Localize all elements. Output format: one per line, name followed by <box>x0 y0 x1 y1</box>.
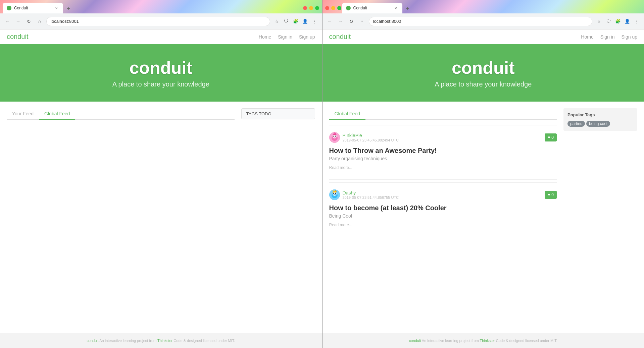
right-toolbar-icons: ☆ 🛡 🧩 👤 ⋮ <box>595 17 641 25</box>
left-close-btn[interactable] <box>303 6 307 10</box>
left-active-tab[interactable]: Conduit ✕ <box>3 3 63 13</box>
right-footer-link[interactable]: Thinkster <box>480 339 495 343</box>
left-your-feed-tab[interactable]: Your Feed <box>7 108 39 120</box>
left-footer-text: An interactive learning project from <box>99 339 157 343</box>
left-nav-links: Home Sign in Sign up <box>259 34 315 40</box>
left-url-input[interactable] <box>46 17 270 26</box>
article-1-read-more[interactable]: Read more... <box>329 165 557 170</box>
article-2-author-name[interactable]: Dashy <box>343 190 399 195</box>
article-1-date: 2019-05-07 23:45:45.982494 UTC <box>343 138 399 142</box>
right-min-btn[interactable] <box>331 6 335 10</box>
right-hero-subtitle: A place to share your knowledge <box>329 80 638 88</box>
article-2-avatar <box>329 189 340 200</box>
tag-being-cool[interactable]: being cool <box>586 121 610 127</box>
left-app-content: conduit Home Sign in Sign up conduit A p… <box>0 30 322 348</box>
article-1-meta: PinkiePie 2019-05-07 23:45:45.982494 UTC… <box>329 132 557 143</box>
like-heart-icon: ♥ <box>548 135 550 140</box>
svg-point-9 <box>335 193 336 194</box>
right-url-input[interactable] <box>369 17 593 26</box>
article-card-2: Dashy 2019-05-07 23:51:44.856755 UTC ♥ 0… <box>329 182 557 234</box>
left-bookmark-btn[interactable]: ☆ <box>273 17 281 25</box>
left-footer-link[interactable]: Thinkster <box>157 339 172 343</box>
article-2-title[interactable]: How to become (at least) 20% Cooler <box>329 204 557 212</box>
right-hero: conduit A place to share your knowledge <box>323 44 644 102</box>
right-global-feed-tab[interactable]: Global Feed <box>329 108 365 120</box>
right-bookmark-btn[interactable]: ☆ <box>595 17 603 25</box>
right-footer-brand: conduit <box>409 339 421 343</box>
right-feed-tabs: Global Feed <box>329 108 557 120</box>
left-max-btn[interactable] <box>315 6 319 10</box>
right-tags-list: parties being cool <box>567 121 633 127</box>
article-1-author-info: PinkiePie 2019-05-07 23:45:45.982494 UTC <box>329 132 399 143</box>
right-tab-close-btn[interactable]: ✕ <box>393 5 398 11</box>
tag-parties[interactable]: parties <box>567 121 585 127</box>
article-2-desc: Being Cool <box>329 213 557 219</box>
right-nav-home[interactable]: Home <box>581 34 593 40</box>
right-nav-signup[interactable]: Sign up <box>622 34 637 40</box>
right-footer: conduit An interactive learning project … <box>323 333 644 348</box>
left-nav-signup[interactable]: Sign up <box>299 34 315 40</box>
left-feed-tabs: Your Feed Global Feed <box>7 108 235 120</box>
svg-point-8 <box>333 193 334 194</box>
right-tab-bar: Conduit ✕ + <box>323 0 644 13</box>
right-max-btn[interactable] <box>337 6 341 10</box>
left-back-btn[interactable]: ← <box>3 17 11 25</box>
article-2-read-more[interactable]: Read more... <box>329 223 557 227</box>
article-1-likes: 0 <box>551 135 554 140</box>
pinkie-avatar-svg <box>329 132 340 143</box>
right-home-btn[interactable]: ⌂ <box>358 17 366 25</box>
article-1-author-name[interactable]: PinkiePie <box>343 133 399 138</box>
left-home-btn[interactable]: ⌂ <box>36 17 44 25</box>
right-forward-btn[interactable]: → <box>337 17 345 25</box>
dashy-avatar-svg <box>329 189 340 200</box>
right-app-nav: conduit Home Sign in Sign up <box>323 30 644 44</box>
left-min-btn[interactable] <box>309 6 313 10</box>
right-tab-title: Conduit <box>353 6 390 10</box>
left-forward-btn[interactable]: → <box>14 17 22 25</box>
right-tags-title: Popular Tags <box>567 112 633 117</box>
right-shield-icon: 🛡 <box>604 17 612 25</box>
right-tags-sidebar: Popular Tags parties being cool <box>563 108 637 234</box>
right-active-tab[interactable]: Conduit ✕ <box>342 3 402 13</box>
left-hero-title: conduit <box>7 58 315 78</box>
article-1-like-btn[interactable]: ♥ 0 <box>545 133 557 141</box>
left-global-feed-tab[interactable]: Global Feed <box>39 108 75 120</box>
left-nav-signin[interactable]: Sign in <box>278 34 292 40</box>
left-nav-home[interactable]: Home <box>259 34 271 40</box>
left-menu-btn[interactable]: ⋮ <box>310 17 318 25</box>
left-account-btn[interactable]: 👤 <box>301 17 309 25</box>
right-new-tab-btn[interactable]: + <box>403 4 412 13</box>
svg-point-4 <box>335 136 336 137</box>
left-new-tab-btn[interactable]: + <box>64 4 73 13</box>
right-tab-favicon <box>346 6 351 10</box>
right-main-content: Global Feed <box>323 102 644 241</box>
right-back-btn[interactable]: ← <box>326 17 334 25</box>
right-extension-icon: 🧩 <box>614 17 622 25</box>
left-feed-section: Your Feed Global Feed <box>7 108 235 217</box>
right-menu-btn[interactable]: ⋮ <box>633 17 641 25</box>
article-2-date: 2019-05-07 23:51:44.856755 UTC <box>343 195 399 199</box>
right-account-btn[interactable]: 👤 <box>623 17 631 25</box>
right-nav-signin[interactable]: Sign in <box>600 34 615 40</box>
right-browser-window: Conduit ✕ + ← → ↻ ⌂ ☆ 🛡 🧩 👤 ⋮ conduit Ho… <box>323 0 644 348</box>
right-app-content: conduit Home Sign in Sign up conduit A p… <box>323 30 644 348</box>
right-tags-box: Popular Tags parties being cool <box>563 108 637 131</box>
left-browser-window: Conduit ✕ + ← → ↻ ⌂ ☆ 🛡 🧩 👤 ⋮ conduit <box>0 0 322 348</box>
article-1-author-details: PinkiePie 2019-05-07 23:45:45.982494 UTC <box>343 133 399 142</box>
left-tags-sidebar: TAGS TODO <box>241 108 315 217</box>
right-close-btn[interactable] <box>325 6 329 10</box>
left-tab-close-btn[interactable]: ✕ <box>54 5 59 11</box>
article-1-desc: Party organising techniques <box>329 156 557 161</box>
right-footer-suffix: Code & designed licensed under MIT. <box>496 339 557 343</box>
left-refresh-btn[interactable]: ↻ <box>25 17 33 25</box>
article-2-like-btn[interactable]: ♥ 0 <box>545 191 557 199</box>
like-heart-icon-2: ♥ <box>548 192 550 197</box>
right-hero-title: conduit <box>329 58 638 78</box>
svg-point-3 <box>333 136 334 137</box>
left-tags-todo-box: TAGS TODO <box>241 108 315 119</box>
left-tab-bar: Conduit ✕ + <box>0 0 322 13</box>
left-tags-todo-label: TAGS TODO <box>246 111 271 116</box>
article-1-title[interactable]: How to Throw an Awesome Party! <box>329 147 557 155</box>
right-refresh-btn[interactable]: ↻ <box>347 17 355 25</box>
left-hero: conduit A place to share your knowledge <box>0 44 322 102</box>
